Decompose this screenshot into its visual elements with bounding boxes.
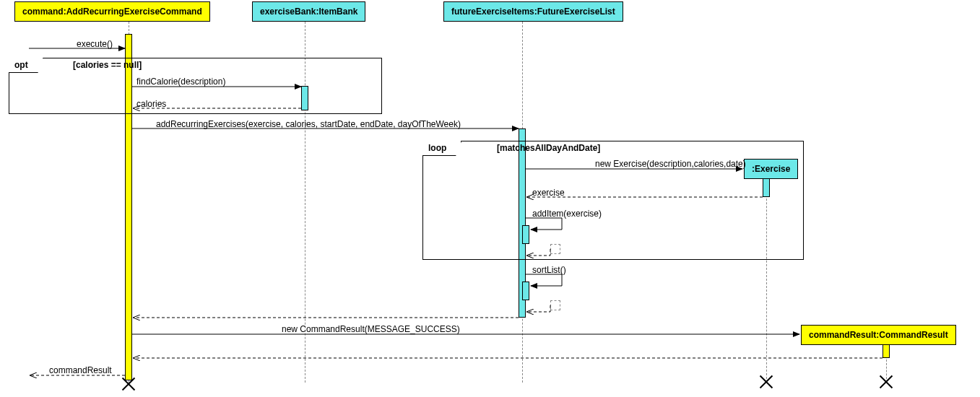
participant-command-result: commandResult:CommandResult xyxy=(801,325,956,345)
participant-command: command:AddRecurringExerciseCommand xyxy=(14,1,210,22)
frame-loop-guard: [matchesAllDayAndDate] xyxy=(497,143,600,153)
msg-sort-list: sortList() xyxy=(532,265,566,275)
msg-command-result-return: commandResult xyxy=(49,365,112,375)
destroy-exercise xyxy=(759,374,773,388)
frame-opt-label: opt xyxy=(9,58,43,73)
msg-add-item: addItem(exercise) xyxy=(532,209,602,219)
frame-loop-label: loop xyxy=(422,141,461,156)
participant-future-exercise-items: futureExerciseItems:FutureExerciseList xyxy=(443,1,623,22)
destroy-command xyxy=(121,376,136,391)
activation-sortlist-return-box xyxy=(550,300,560,310)
msg-calories-return: calories xyxy=(136,99,166,109)
msg-exercise-return: exercise xyxy=(532,188,565,198)
destroy-command-result xyxy=(879,374,893,388)
participant-exercise-bank: exerciseBank:ItemBank xyxy=(252,1,365,22)
activation-self-sortlist xyxy=(522,282,529,300)
msg-execute: execute() xyxy=(77,39,113,49)
msg-find-calorie: findCalorie(description) xyxy=(136,77,225,87)
msg-new-command-result: new CommandResult(MESSAGE_SUCCESS) xyxy=(282,324,460,334)
msg-add-recurring: addRecurringExercises(exercise, calories… xyxy=(156,119,461,129)
frame-opt-guard: [calories == null] xyxy=(73,60,142,70)
msg-new-exercise: new Exercise(description,calories,date) xyxy=(595,159,746,169)
participant-exercise: :Exercise xyxy=(744,159,798,179)
